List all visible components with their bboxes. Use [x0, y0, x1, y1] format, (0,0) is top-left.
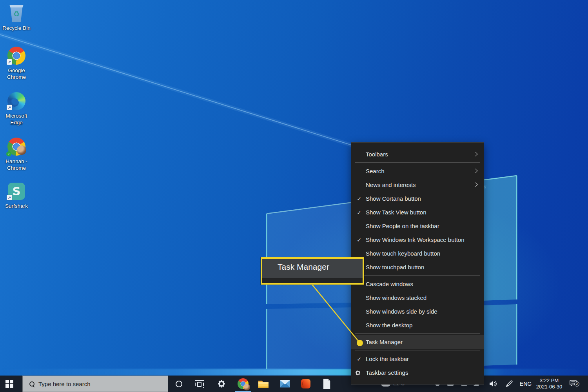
menu-item-show-touch-keyboard[interactable]: Show touch keyboard button — [351, 247, 484, 260]
menu-separator — [351, 349, 484, 352]
menu-item-lock-the-taskbar[interactable]: ✓ Lock the taskbar — [351, 352, 484, 366]
taskbar-clock[interactable]: 3:22 PM 2021-06-30 — [534, 376, 564, 392]
cortana-icon — [176, 381, 182, 387]
volume-button[interactable] — [488, 376, 499, 392]
cortana-button[interactable] — [169, 376, 188, 392]
desktop-icon-label: Microsoft Edge — [0, 113, 33, 126]
file-explorer-icon — [258, 379, 269, 389]
settings-button[interactable] — [212, 376, 231, 392]
taskbar: Type here to search — [0, 376, 588, 392]
menu-item-taskbar-settings[interactable]: Taskbar settings — [351, 366, 484, 379]
task-view-button[interactable] — [190, 376, 209, 392]
submenu-chevron-icon — [473, 182, 477, 187]
recycle-bin-icon: ♻ — [7, 4, 26, 23]
menu-item-show-windows-stacked[interactable]: Show windows stacked — [351, 291, 484, 305]
profile-photo — [17, 145, 26, 155]
submenu-chevron-icon — [473, 169, 477, 173]
windows-logo-icon — [5, 380, 13, 388]
chrome-taskbar-button[interactable] — [234, 376, 252, 392]
desktop-icon-surfshark[interactable]: S ↗ Surfshark — [0, 182, 33, 209]
menu-item-cascade-windows[interactable]: Cascade windows — [351, 277, 484, 291]
menu-item-show-cortana-button[interactable]: ✓ Show Cortana button — [351, 192, 484, 205]
language-code: ENG — [520, 381, 532, 387]
clock-time: 3:22 PM — [534, 377, 564, 384]
task-manager-callout: Task Manager — [261, 257, 364, 285]
speaker-icon — [489, 380, 498, 387]
chrome-profile-icon: ✓ — [7, 137, 26, 156]
mail-button[interactable] — [276, 376, 294, 392]
menu-item-news-and-interests[interactable]: News and interests — [351, 178, 484, 192]
desktop-wallpaper — [0, 0, 588, 392]
language-indicator[interactable]: ENG — [517, 376, 534, 392]
desktop-icon-label: Hannah - Chrome — [0, 158, 33, 171]
windows-desktop: ♻ Recycle Bin ↗ Google Chrome ↗ Microsof… — [0, 0, 588, 392]
clock-date: 2021-06-30 — [534, 384, 564, 390]
shortcut-arrow-icon: ↗ — [7, 59, 12, 65]
menu-separator — [351, 332, 484, 335]
start-button[interactable] — [0, 376, 19, 392]
document-button[interactable] — [317, 376, 336, 392]
callout-label: Task Manager — [262, 259, 363, 275]
menu-separator — [351, 274, 484, 277]
sync-check-icon: ✓ — [6, 151, 11, 156]
desktop-icon-label: Google Chrome — [0, 67, 33, 80]
menu-item-search[interactable]: Search — [351, 164, 484, 178]
desktop-icon-label: Recycle Bin — [0, 25, 33, 31]
shortcut-arrow-icon: ↗ — [7, 195, 12, 200]
taskbar-search[interactable]: Type here to search — [22, 376, 168, 392]
edge-icon: ↗ — [7, 92, 26, 111]
menu-item-show-touchpad[interactable]: Show touchpad button — [351, 260, 484, 274]
surfshark-icon: S ↗ — [7, 182, 26, 201]
checkmark-icon: ✓ — [355, 209, 363, 216]
menu-item-show-the-desktop[interactable]: Show the desktop — [351, 318, 484, 332]
pen-icon — [505, 380, 513, 388]
windows-ink-button[interactable] — [503, 376, 515, 392]
checkmark-icon: ✓ — [355, 237, 363, 243]
office-button[interactable] — [296, 376, 315, 392]
chrome-icon — [237, 378, 249, 390]
menu-item-toolbars[interactable]: Toolbars — [351, 147, 484, 161]
checkmark-icon: ✓ — [355, 356, 363, 362]
file-explorer-button[interactable] — [254, 376, 273, 392]
search-placeholder: Type here to search — [38, 381, 91, 387]
taskbar-context-menu: Toolbars Search News and interests ✓ Sho… — [351, 142, 484, 385]
desktop-icon-google-chrome[interactable]: ↗ Google Chrome — [0, 46, 33, 80]
submenu-chevron-icon — [473, 152, 477, 156]
menu-item-task-manager[interactable]: Task Manager — [351, 335, 484, 349]
office-icon — [301, 379, 311, 389]
menu-item-show-task-view-button[interactable]: ✓ Show Task View button — [351, 205, 484, 219]
callout-screenshot-strip — [262, 278, 363, 283]
menu-item-show-people[interactable]: Show People on the taskbar — [351, 219, 484, 233]
document-icon — [322, 378, 331, 390]
desktop-icon-microsoft-edge[interactable]: ↗ Microsoft Edge — [0, 92, 33, 126]
desktop-icon-recycle-bin[interactable]: ♻ Recycle Bin — [0, 4, 33, 31]
menu-item-show-windows-side-by-side[interactable]: Show windows side by side — [351, 305, 484, 318]
notification-count-badge: 2 — [574, 381, 579, 387]
wallpaper-horizon-glow — [0, 369, 588, 376]
desktop-icon-hannah-chrome[interactable]: ✓ Hannah - Chrome — [0, 137, 33, 171]
menu-item-show-windows-ink[interactable]: ✓ Show Windows Ink Workspace button — [351, 233, 484, 247]
mail-icon — [279, 379, 290, 388]
task-view-icon — [195, 380, 204, 388]
gear-icon — [355, 370, 361, 376]
gear-icon — [217, 379, 226, 388]
chrome-profile-badge — [243, 384, 250, 390]
shortcut-arrow-icon: ↗ — [7, 105, 12, 110]
chrome-icon: ↗ — [7, 46, 26, 65]
menu-separator — [351, 161, 484, 164]
search-icon — [29, 381, 34, 387]
checkmark-icon: ✓ — [355, 196, 363, 202]
desktop-icon-label: Surfshark — [0, 203, 33, 209]
action-center-button[interactable]: 2 — [566, 376, 582, 392]
